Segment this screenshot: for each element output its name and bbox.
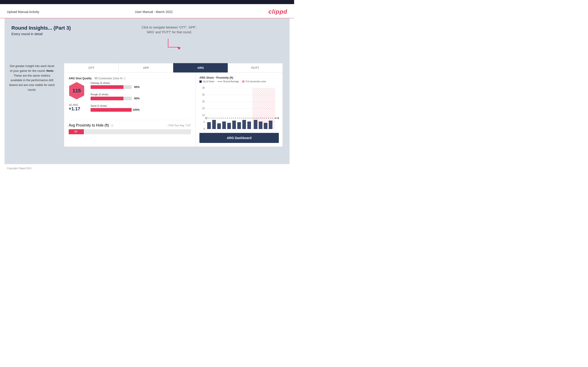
prox-marker	[83, 129, 84, 134]
svg-rect-20	[232, 121, 236, 129]
upload-manual-label: Upload Manual Activity	[7, 10, 39, 14]
bar-container-fairway: 80%	[91, 85, 132, 89]
bar-pct-sand: 100%	[133, 108, 140, 112]
bar-label-sand: Sand (1 shots)	[91, 104, 191, 107]
sg-value: +1.17	[69, 106, 85, 111]
main-content: Round Insights... (Part 3) Every round i…	[5, 18, 290, 164]
footer: Copyright Clippd 2021	[0, 164, 294, 172]
svg-rect-22	[242, 120, 246, 129]
svg-text:10: 10	[202, 114, 205, 117]
prox-bar-container: 77'	[69, 129, 191, 134]
legend-roundavg: Round Average	[218, 80, 239, 83]
left-desc-note: Note:	[47, 69, 54, 73]
tab-putt[interactable]: PUTT	[228, 63, 283, 73]
svg-rect-16	[212, 120, 216, 129]
svg-rect-19	[227, 123, 231, 129]
legend-square-icon	[199, 81, 202, 83]
nav-hint-text: Click to navigate between 'OTT', 'APP','…	[141, 25, 197, 35]
hex-number: 115	[73, 88, 81, 94]
legend-updown: Up & Down	[199, 80, 215, 83]
svg-text:30: 30	[202, 87, 205, 89]
legend-6ft-label: 6 ft conversion zone	[245, 80, 266, 83]
prox-info-icon[interactable]: ⓘ	[111, 124, 113, 127]
svg-text:15: 15	[202, 107, 205, 110]
legend-roundavg-label: Round Average	[223, 80, 239, 83]
bar-bg-sand	[91, 108, 132, 112]
copyright-text: Copyright Clippd 2021	[7, 167, 32, 170]
arg-dashboard-button[interactable]: ARG Dashboard	[199, 133, 279, 143]
shot-quality-top: 115 SG ARG +1.17 Fairway (5 shots)	[69, 82, 191, 116]
svg-rect-17	[217, 123, 221, 129]
tab-app[interactable]: APP	[118, 63, 173, 73]
panel-title: ARG Shot Quality	[69, 77, 92, 80]
nav-hint: Click to navigate between 'OTT', 'APP','…	[141, 25, 197, 50]
tab-ott[interactable]: OTT	[64, 63, 119, 73]
bar-bg-rough	[91, 97, 132, 100]
svg-rect-15	[207, 122, 211, 129]
svg-rect-28	[264, 123, 268, 129]
bar-rows: Fairway (5 shots) 80% Rough (5 shots)	[88, 82, 191, 116]
svg-text:25: 25	[202, 93, 205, 96]
bar-fill-fairway	[91, 85, 123, 89]
chart-header: ARG Shots - Proximity (ft)	[199, 76, 279, 79]
info-icon[interactable]: ⓘ	[123, 77, 126, 80]
proximity-section: Avg Proximity to Hole (ft) ⓘ ↑ PGA Tour …	[69, 120, 191, 134]
panel-subtitle: 6ft Conversion Zone % ⓘ	[95, 77, 125, 80]
legend-hatch-icon	[242, 81, 244, 83]
bar-pct-fairway: 80%	[134, 85, 140, 89]
prox-bar-fill: 77'	[69, 129, 83, 134]
prox-title-text: Avg Proximity to Hole (ft)	[69, 123, 109, 127]
chart-container: 0 5 10 15 20 25 30	[199, 84, 279, 131]
tabs-row: OTT APP ARG PUTT	[64, 63, 283, 73]
left-panel: ARG Shot Quality 6ft Conversion Zone % ⓘ	[64, 73, 196, 147]
hexagon: 115	[69, 82, 85, 100]
svg-rect-26	[254, 120, 257, 129]
clippd-logo: clippd	[268, 8, 287, 15]
prox-bar-text: 77'	[74, 130, 78, 133]
card-body: ARG Shot Quality 6ft Conversion Zone % ⓘ	[64, 73, 283, 147]
bar-container-sand: 100%	[91, 108, 132, 112]
legend-dashed-icon	[218, 81, 222, 82]
bar-row-sand: Sand (1 shots) 100%	[91, 104, 191, 113]
svg-point-31	[205, 117, 207, 119]
panel-header: ARG Shot Quality 6ft Conversion Zone % ⓘ	[69, 76, 191, 80]
svg-text:20: 20	[202, 100, 205, 103]
top-bar	[0, 0, 294, 4]
legend-6ft: 6 ft conversion zone	[242, 80, 266, 83]
bar-row-fairway: Fairway (5 shots) 80%	[91, 82, 191, 90]
bar-fill-sand	[91, 108, 132, 112]
tab-arg[interactable]: ARG	[173, 63, 228, 73]
prox-title: Avg Proximity to Hole (ft) ⓘ	[69, 123, 113, 127]
bar-bg-fairway	[91, 85, 132, 89]
bar-pct-rough: 80%	[134, 97, 140, 100]
svg-rect-18	[222, 122, 226, 129]
card-area: OTT APP ARG PUTT ARG Shot Quality 6ft Co…	[64, 63, 283, 147]
svg-text:8: 8	[277, 117, 279, 119]
svg-rect-29	[269, 121, 272, 129]
svg-rect-27	[259, 122, 262, 129]
sg-section: SG ARG +1.17	[69, 103, 85, 111]
nav-hint-arrow	[141, 36, 197, 50]
svg-rect-23	[247, 122, 251, 129]
bar-fill-rough	[91, 97, 123, 100]
sg-label: SG ARG	[69, 103, 85, 106]
user-manual-label: User Manual - March 2022	[135, 10, 173, 14]
subtitle-label: 6ft Conversion Zone %	[95, 77, 122, 80]
svg-text:0: 0	[204, 128, 205, 130]
legend-updown-label: Up & Down	[203, 80, 215, 83]
header: Upload Manual Activity User Manual - Mar…	[0, 4, 294, 18]
svg-text:5: 5	[204, 121, 205, 123]
bar-label-fairway: Fairway (5 shots)	[91, 82, 191, 84]
right-panel: ARG Shots - Proximity (ft) Up & Down Rou…	[196, 73, 283, 147]
svg-rect-21	[237, 122, 241, 129]
chart-legend: Up & Down Round Average 6 ft conversion …	[199, 80, 279, 83]
bar-row-rough: Rough (5 shots) 80%	[91, 93, 191, 101]
prox-pga-label: ↑ PGA Tour Avg: 7'10"	[167, 124, 191, 127]
left-desc-line2: These are the same metrics available in …	[9, 74, 54, 92]
hex-score-block: 115 SG ARG +1.17	[69, 82, 85, 116]
svg-marker-32	[275, 117, 277, 119]
prox-header: Avg Proximity to Hole (ft) ⓘ ↑ PGA Tour …	[69, 123, 191, 127]
bar-container-rough: 80%	[91, 97, 132, 100]
left-description: Get greater insight into each facet of y…	[9, 64, 55, 92]
bar-label-rough: Rough (5 shots)	[91, 93, 191, 96]
